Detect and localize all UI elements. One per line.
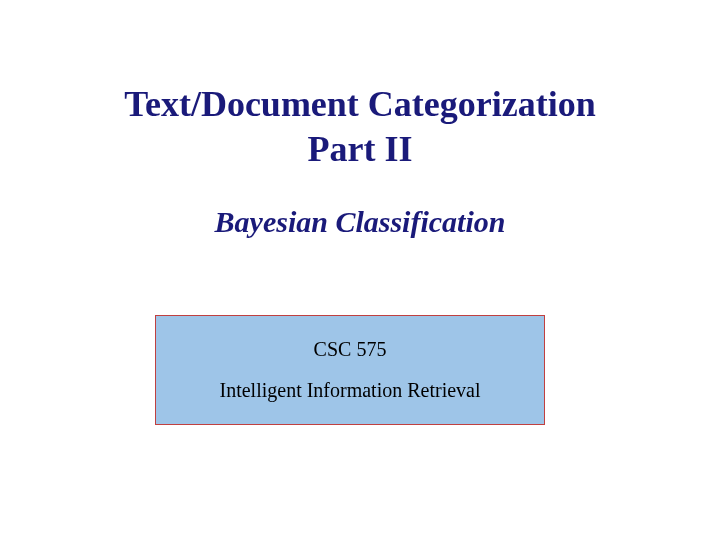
course-name: Intelligent Information Retrieval [219,379,480,402]
title-line-1: Text/Document Categorization [0,82,720,127]
course-code: CSC 575 [314,338,387,361]
slide-container: Text/Document Categorization Part II Bay… [0,0,720,540]
course-info-box: CSC 575 Intelligent Information Retrieva… [155,315,545,425]
slide-subtitle: Bayesian Classification [0,205,720,239]
title-line-2: Part II [0,127,720,172]
slide-title: Text/Document Categorization Part II [0,82,720,172]
